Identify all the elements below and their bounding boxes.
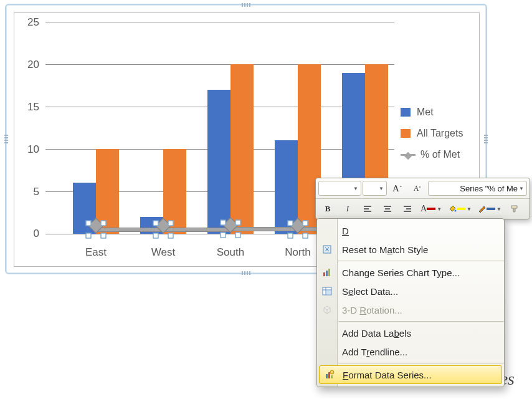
- resize-handle-right[interactable]: [484, 135, 488, 143]
- selection-handle[interactable]: [101, 233, 107, 239]
- x-tick-label: West: [151, 246, 175, 259]
- legend-item-met[interactable]: Met: [401, 107, 475, 118]
- x-tick-label: North: [285, 246, 311, 259]
- legend-line-marker: [401, 154, 416, 156]
- menu-item-delete[interactable]: D: [317, 221, 504, 240]
- format-painter-button[interactable]: [505, 201, 524, 216]
- svg-rect-11: [323, 272, 325, 276]
- brush-icon: [510, 204, 520, 214]
- chevron-down-icon: ▼: [437, 206, 442, 212]
- menu-item-format-data-series[interactable]: Format Data Series...: [319, 365, 502, 384]
- selection-handle[interactable]: [221, 220, 226, 226]
- chevron-down-icon: ▼: [496, 206, 501, 212]
- svg-rect-12: [326, 271, 328, 276]
- svg-rect-19: [328, 372, 330, 378]
- legend-label: % of Met: [420, 149, 460, 160]
- menu-item-select-data[interactable]: Select Data...: [317, 282, 504, 300]
- y-tick-label: 25: [27, 16, 39, 29]
- chevron-down-icon: ▼: [353, 186, 358, 191]
- chart-element-selector[interactable]: Series "% of Me▼: [428, 181, 527, 196]
- gridline: 25: [45, 22, 394, 22]
- reset-icon: [321, 244, 333, 255]
- selection-handle[interactable]: [86, 221, 92, 226]
- align-right-button[interactable]: [398, 201, 417, 216]
- selection-handle[interactable]: [235, 233, 241, 238]
- bar-met[interactable]: [207, 90, 230, 234]
- resize-handle-bottom[interactable]: [242, 271, 250, 275]
- italic-button[interactable]: I: [338, 201, 357, 216]
- bold-button[interactable]: B: [318, 201, 337, 216]
- selection-handle[interactable]: [86, 233, 92, 239]
- y-tick-label: 15: [27, 101, 39, 113]
- svg-rect-20: [331, 375, 333, 378]
- legend-swatch: [401, 129, 411, 138]
- line-segment[interactable]: [230, 227, 298, 231]
- selection-handle[interactable]: [235, 220, 241, 226]
- line-segment[interactable]: [163, 228, 230, 232]
- resize-handle-top[interactable]: [242, 3, 250, 7]
- legend-item-all-targets[interactable]: All Targets: [401, 128, 475, 139]
- svg-point-21: [330, 370, 334, 374]
- legend[interactable]: Met All Targets % of Met: [401, 107, 475, 170]
- y-tick-label: 10: [27, 143, 39, 156]
- y-tick-label: 20: [27, 59, 39, 71]
- menu-item-reset-to-match-style[interactable]: Reset to Match Style: [317, 240, 504, 259]
- menu-item-3d-rotation: 3-D Rotation...: [317, 300, 504, 319]
- chevron-down-icon: ▼: [379, 186, 384, 191]
- fill-color-button[interactable]: ▼: [445, 201, 474, 216]
- font-name-dropdown[interactable]: ▼: [318, 181, 361, 196]
- menu-separator: [338, 261, 504, 261]
- pen-icon: [478, 204, 487, 214]
- selection-handle[interactable]: [101, 221, 107, 226]
- align-center-button[interactable]: [378, 201, 397, 216]
- svg-rect-18: [326, 374, 328, 378]
- font-size-dropdown[interactable]: ▼: [363, 181, 387, 196]
- context-menu[interactable]: D Reset to Match Style Change Series Cha…: [316, 218, 505, 387]
- grow-font-button[interactable]: A˄: [388, 181, 407, 196]
- y-tick-label: 0: [34, 228, 39, 240]
- paint-bucket-icon: [448, 204, 457, 214]
- outline-color-button[interactable]: ▼: [475, 201, 504, 216]
- font-color-button[interactable]: A▼: [418, 201, 444, 216]
- selection-handle[interactable]: [168, 233, 174, 239]
- svg-rect-13: [328, 269, 330, 276]
- chart-element-value: Series "% of Me: [460, 184, 518, 193]
- selection-handle[interactable]: [153, 221, 159, 226]
- x-tick-label: East: [85, 246, 107, 259]
- x-tick-label: South: [217, 246, 244, 259]
- chevron-down-icon: ▼: [519, 186, 524, 191]
- legend-item-percent-of-met[interactable]: % of Met: [401, 149, 475, 160]
- selection-handle[interactable]: [168, 221, 174, 226]
- selection-handle[interactable]: [303, 233, 308, 239]
- legend-swatch: [401, 108, 411, 117]
- bar-met[interactable]: [275, 140, 298, 234]
- resize-handle-left[interactable]: [4, 135, 8, 143]
- bar-all-targets[interactable]: [230, 64, 254, 234]
- cube-icon: [321, 304, 333, 315]
- svg-rect-17: [326, 291, 331, 294]
- color-swatch: [427, 208, 435, 210]
- menu-item-add-data-labels[interactable]: Add Data Labels: [317, 324, 504, 342]
- menu-item-change-series-chart-type[interactable]: Change Series Chart Type...: [317, 263, 504, 282]
- selection-handle[interactable]: [221, 233, 226, 238]
- menu-separator: [338, 363, 504, 363]
- legend-label: Met: [417, 107, 434, 118]
- chart-type-icon: [321, 267, 333, 278]
- gridline: 20: [45, 64, 394, 65]
- selection-handle[interactable]: [288, 221, 293, 226]
- selection-handle[interactable]: [153, 233, 159, 239]
- menu-separator: [338, 321, 504, 322]
- selection-handle[interactable]: [288, 233, 293, 239]
- menu-item-add-trendline[interactable]: Add Trendline...: [317, 342, 504, 361]
- color-swatch: [457, 208, 465, 210]
- shrink-font-button[interactable]: A˅: [408, 181, 427, 196]
- mini-toolbar[interactable]: ▼ ▼ A˄ A˅ Series "% of Me▼ B I A▼ ▼ ▼: [315, 178, 530, 219]
- line-segment[interactable]: [96, 228, 163, 232]
- selection-handle[interactable]: [303, 221, 308, 226]
- color-swatch: [487, 208, 495, 210]
- format-series-icon: [324, 369, 335, 380]
- legend-label: All Targets: [417, 128, 463, 139]
- y-tick-label: 5: [34, 186, 39, 198]
- chevron-down-icon: ▼: [467, 206, 472, 212]
- align-left-button[interactable]: [358, 201, 377, 216]
